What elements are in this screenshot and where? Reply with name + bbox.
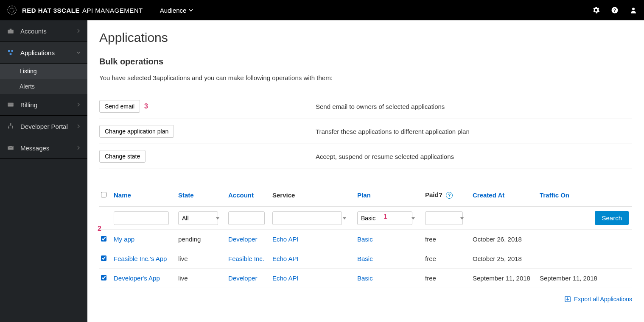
- filter-paid-select[interactable]: [425, 211, 463, 225]
- bulk-row-send-email: Send email 3 Send email to owners of sel…: [99, 94, 632, 119]
- plan-link[interactable]: Basic: [357, 275, 373, 282]
- bulk-row-change-state: Change state Accept, suspend or resume s…: [99, 144, 632, 169]
- app-name-link[interactable]: Developer's App: [114, 275, 160, 282]
- svg-rect-7: [8, 50, 10, 52]
- cell-paid: free: [425, 230, 473, 249]
- col-header-service: Service: [272, 186, 357, 207]
- sidebar-sub-listing[interactable]: Listing: [0, 64, 87, 79]
- sidebar-sub-alerts[interactable]: Alerts: [0, 79, 87, 94]
- row-checkbox[interactable]: [101, 255, 106, 261]
- sidebar-item-accounts[interactable]: Accounts: [0, 20, 87, 42]
- row-checkbox[interactable]: [101, 275, 106, 280]
- plan-link[interactable]: Basic: [357, 255, 373, 262]
- brand-name: RED HAT 3SCALE: [22, 7, 80, 14]
- cell-created: September 11, 2018: [473, 269, 540, 288]
- svg-rect-14: [12, 127, 13, 128]
- sidebar-item-label: Billing: [20, 101, 76, 108]
- briefcase-icon: [7, 27, 14, 35]
- search-button[interactable]: Search: [595, 211, 629, 225]
- sitemap-icon: [7, 122, 14, 130]
- account-link[interactable]: Feasible Inc.: [228, 255, 264, 262]
- main-content: Applications Bulk operations You have se…: [87, 20, 644, 322]
- user-icon[interactable]: [630, 6, 637, 14]
- svg-rect-13: [8, 127, 9, 128]
- service-link[interactable]: Echo API: [272, 255, 299, 262]
- sidebar-item-applications[interactable]: Applications: [0, 42, 87, 64]
- filter-row: All Basic1 Search: [99, 207, 632, 230]
- help-icon[interactable]: ?: [611, 6, 619, 14]
- svg-point-0: [8, 6, 16, 14]
- chevron-right-icon: [76, 124, 81, 128]
- annotation-2: 2: [98, 225, 101, 233]
- chevron-right-icon: [76, 103, 81, 107]
- sidebar-item-billing[interactable]: Billing: [0, 94, 87, 116]
- filter-account-input[interactable]: [228, 211, 265, 225]
- sidebar-item-messages[interactable]: Messages: [0, 137, 87, 159]
- col-header-account[interactable]: Account: [228, 186, 272, 207]
- sidebar: Accounts Applications Listing Alerts Bil…: [0, 20, 87, 322]
- filter-name-input[interactable]: [114, 211, 169, 225]
- table-row: Developer's App live Developer Echo API …: [99, 269, 632, 288]
- brand-sub: API MANAGEMENT: [82, 7, 143, 14]
- topnav-audience[interactable]: Audience: [160, 7, 193, 14]
- svg-rect-6: [10, 29, 12, 30]
- bulk-op-desc: Send email to owners of selected applica…: [316, 103, 445, 110]
- filter-state-select[interactable]: All: [178, 211, 218, 225]
- bulk-title: Bulk operations: [99, 57, 632, 67]
- select-all-checkbox[interactable]: [101, 192, 106, 197]
- bulk-description: You have selected 3applications and you …: [99, 74, 632, 81]
- envelope-icon: [7, 144, 14, 152]
- cell-traffic: [540, 249, 632, 269]
- col-header-created[interactable]: Created At: [473, 186, 540, 207]
- chevron-down-icon: [76, 50, 81, 55]
- account-link[interactable]: Developer: [228, 275, 257, 282]
- svg-text:?: ?: [613, 8, 616, 13]
- cell-traffic: [540, 230, 632, 249]
- cell-paid: free: [425, 249, 473, 269]
- sidebar-item-label: Accounts: [20, 28, 76, 35]
- row-checkbox[interactable]: [101, 236, 106, 242]
- cell-created: October 25, 2018: [473, 249, 540, 269]
- sidebar-item-label: Applications: [20, 49, 76, 56]
- col-header-paid: Paid? ?: [425, 186, 473, 207]
- logo-icon: [7, 5, 17, 15]
- chevron-right-icon: [76, 146, 81, 150]
- svg-rect-8: [11, 50, 14, 52]
- export-link[interactable]: Export all Applications: [565, 296, 632, 303]
- service-link[interactable]: Echo API: [272, 275, 299, 282]
- col-header-state[interactable]: State: [178, 186, 228, 207]
- bulk-op-desc: Accept, suspend or resume selected appli…: [316, 153, 454, 160]
- filter-service-select[interactable]: [272, 211, 342, 225]
- svg-rect-10: [8, 103, 14, 107]
- account-link[interactable]: Developer: [228, 236, 257, 243]
- app-name-link[interactable]: My app: [114, 236, 134, 243]
- svg-rect-12: [10, 123, 11, 125]
- cubes-icon: [7, 49, 14, 56]
- svg-point-1: [10, 8, 14, 12]
- annotation-1: 1: [384, 213, 387, 221]
- cell-state: live: [178, 249, 228, 269]
- cell-traffic: September 11, 2018: [540, 269, 632, 288]
- send-email-button[interactable]: Send email: [99, 100, 140, 113]
- gear-icon[interactable]: [592, 6, 600, 14]
- sidebar-item-developer-portal[interactable]: Developer Portal: [0, 116, 87, 137]
- help-circle-icon[interactable]: ?: [446, 192, 453, 199]
- change-plan-button[interactable]: Change application plan: [99, 125, 174, 138]
- svg-point-4: [632, 8, 635, 10]
- col-header-plan[interactable]: Plan: [357, 186, 425, 207]
- annotation-3: 3: [144, 103, 148, 110]
- change-state-button[interactable]: Change state: [99, 150, 146, 163]
- topnav-label: Audience: [160, 7, 187, 14]
- plan-link[interactable]: Basic: [357, 236, 373, 243]
- app-name-link[interactable]: Feasible Inc.'s App: [114, 255, 167, 262]
- cell-state: pending: [178, 230, 228, 249]
- cell-created: October 26, 2018: [473, 230, 540, 249]
- table-row: Feasible Inc.'s App live Feasible Inc. E…: [99, 249, 632, 269]
- bulk-op-desc: Transfer these applications to different…: [316, 128, 470, 135]
- page-title: Applications: [99, 31, 632, 45]
- service-link[interactable]: Echo API: [272, 236, 299, 243]
- cell-paid: free: [425, 269, 473, 288]
- col-header-name[interactable]: Name: [114, 186, 178, 207]
- col-header-traffic[interactable]: Traffic On: [540, 186, 632, 207]
- topbar: RED HAT 3SCALE API MANAGEMENT Audience ?: [0, 0, 644, 20]
